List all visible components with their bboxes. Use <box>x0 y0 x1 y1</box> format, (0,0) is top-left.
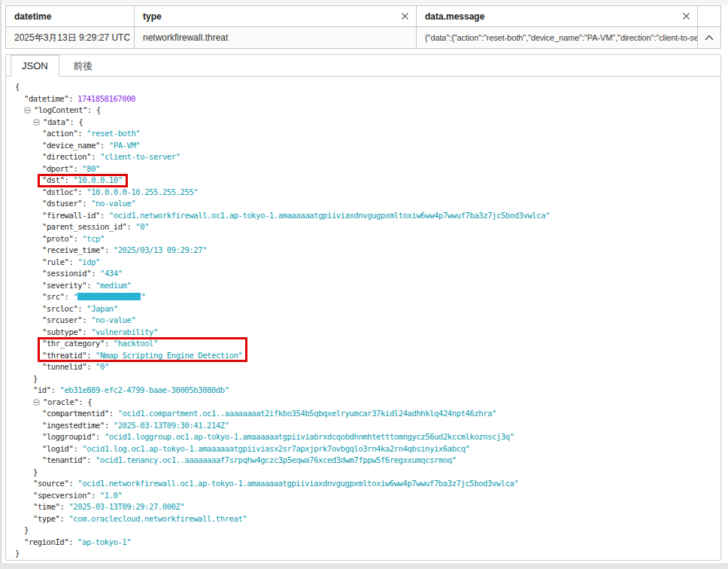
json-key: "device_name": <box>42 141 109 150</box>
json-key: "dstloc": <box>42 187 86 196</box>
json-value: "Japan" <box>86 304 117 313</box>
json-key: "action": <box>42 129 86 138</box>
column-header-data-message[interactable]: data.message <box>417 6 698 26</box>
json-brace: { <box>78 117 83 126</box>
cell-datetime: 2025年3月13日 9:29:27 UTC <box>6 27 135 48</box>
log-row[interactable]: 2025年3月13日 9:29:27 UTC networkfirewall.t… <box>6 27 720 48</box>
json-line: } <box>6 548 720 560</box>
json-line-content: "time": "2025-03-13T09:29:27.000Z" <box>33 501 184 513</box>
json-line-content: "ingestedtime": "2025-03-13T09:30:41.214… <box>42 420 229 432</box>
json-line: "src": "" <box>6 291 720 303</box>
json-key: "id": <box>33 385 60 394</box>
column-label-data-message: data.message <box>425 11 484 22</box>
json-value: "medium" <box>96 281 131 290</box>
json-value: "hacktool" <box>114 339 158 348</box>
json-line-content: "parent_session_id": "0" <box>42 221 149 233</box>
json-line: "logid": "ocid1.log.oc1.ap-tokyo-1.amaaa… <box>6 443 720 455</box>
json-line: "dport": "80" <box>6 163 720 175</box>
json-key: "oracle": <box>43 397 87 406</box>
json-line: "logContent": { <box>6 105 720 117</box>
json-line: "compartmentid": "ocid1.compartment.oc1.… <box>6 408 720 420</box>
collapse-toggle-icon[interactable] <box>24 107 31 114</box>
json-brace: } <box>15 549 20 558</box>
json-line: "type": "com.oraclecloud.networkfirewall… <box>6 513 720 525</box>
remove-column-icon[interactable] <box>681 11 691 21</box>
json-key: "firewall-id": <box>42 211 109 220</box>
json-line: } <box>6 467 720 479</box>
json-line: "data": { <box>6 117 720 129</box>
json-line-content: "logid": "ocid1.log.oc1.ap-tokyo-1.amaaa… <box>42 443 469 455</box>
json-line-content: "threatid": "Nmap Scripting Engine Detec… <box>42 350 242 362</box>
json-value: "ocid1.loggroup.oc1.ap-tokyo-1.amaaaaaat… <box>105 432 514 441</box>
detail-tabbar: JSON 前後 <box>6 55 720 77</box>
json-line-content: "datetime": 1741858167000 <box>24 93 135 105</box>
json-line-content: "subtype": "vulnerability" <box>42 327 158 339</box>
json-value: 1741858167000 <box>77 94 135 103</box>
json-key: "sessionid": <box>42 269 100 278</box>
json-line: "sessionid": "434" <box>6 268 720 280</box>
json-line-content: "src": "" <box>42 291 145 303</box>
json-value: "2025-03-13T09:29:27.000Z" <box>68 502 184 511</box>
json-line: "threatid": "Nmap Scripting Engine Detec… <box>6 350 720 362</box>
json-line-content: } <box>24 525 29 537</box>
json-line: "parent_session_id": "0" <box>6 221 720 233</box>
json-value: "0" <box>96 362 109 371</box>
json-key: "rule": <box>42 257 77 266</box>
table-header-row: datetime type data.message <box>6 6 720 27</box>
json-key: "severity": <box>42 281 96 290</box>
json-value: "80" <box>82 164 100 173</box>
json-line-content: } <box>33 467 38 479</box>
json-value: "0" <box>135 222 149 231</box>
remove-column-icon[interactable] <box>400 11 410 21</box>
json-line-content: "sessionid": "434" <box>42 268 123 280</box>
collapse-toggle-icon[interactable] <box>33 119 40 126</box>
json-line-content: "proto": "tcp" <box>42 233 105 245</box>
column-header-datetime[interactable]: datetime <box>6 6 135 26</box>
json-line-content: "data": { <box>33 117 83 129</box>
json-value: "com.oraclecloud.networkfirewall.threat" <box>68 514 247 523</box>
json-key: "datetime": <box>24 94 77 103</box>
json-key: "data": <box>43 117 78 126</box>
json-line: "tenantid": "ocid1.tenancy.oc1..aaaaaaaa… <box>6 455 720 467</box>
json-brace: { <box>15 82 20 91</box>
json-key: "subtype": <box>42 327 91 336</box>
json-key: "ingestedtime": <box>42 421 114 430</box>
json-key: "dport": <box>42 164 82 173</box>
json-line: } <box>6 373 720 385</box>
column-header-type[interactable]: type <box>135 6 417 26</box>
json-line-content: "severity": "medium" <box>42 280 131 292</box>
json-line-content: "srcloc": "Japan" <box>42 303 118 315</box>
json-value: "no-value" <box>91 199 135 208</box>
tab-context[interactable]: 前後 <box>59 55 107 77</box>
tab-json[interactable]: JSON <box>11 55 59 77</box>
json-value: "vulnerability" <box>91 327 158 336</box>
json-key: "regionId": <box>24 537 77 546</box>
cell-type: networkfirewall.threat <box>135 27 417 48</box>
json-line: "receive_time": "2025/03/13 09:29:27" <box>6 245 720 257</box>
json-brace: } <box>33 467 38 476</box>
json-brace: { <box>96 105 101 114</box>
json-line-content: "oracle": { <box>33 397 92 409</box>
json-line: "dst": "10.0.0.10" <box>6 175 720 187</box>
json-value: "ocid1.networkfirewall.oc1.ap-tokyo-1.am… <box>77 479 518 488</box>
collapse-row-icon[interactable] <box>698 27 720 48</box>
collapse-toggle-icon[interactable] <box>33 399 40 406</box>
json-value: "10.0.0.0-10.255.255.255" <box>86 187 198 196</box>
json-line-content: "action": "reset-both" <box>42 128 140 140</box>
json-line-content: "direction": "client-to-server" <box>42 151 180 163</box>
json-line: "source": "ocid1.networkfirewall.oc1.ap-… <box>6 478 720 490</box>
json-value: "reset-both" <box>86 129 140 138</box>
json-key: "time": <box>33 502 68 511</box>
json-value: "idp" <box>77 257 100 266</box>
json-key: "receive_time": <box>42 245 114 254</box>
json-value: "eb31e889-efc2-4799-baae-30005b3080db" <box>60 385 229 394</box>
json-line-content: "dst": "10.0.0.10" <box>42 175 123 187</box>
json-line: "device_name": "PA-VM" <box>6 140 720 152</box>
json-key: "dstuser": <box>42 199 91 208</box>
json-value: "no-value" <box>91 315 135 324</box>
json-line-content: "firewall-id": "ocid1.networkfirewall.oc… <box>42 210 550 222</box>
json-brace: { <box>87 397 92 406</box>
json-value: "Nmap Scripting Engine Detection" <box>96 351 242 360</box>
json-line: "specversion": "1.0" <box>6 490 720 502</box>
json-line-content: "loggroupid": "ocid1.loggroup.oc1.ap-tok… <box>42 431 514 443</box>
